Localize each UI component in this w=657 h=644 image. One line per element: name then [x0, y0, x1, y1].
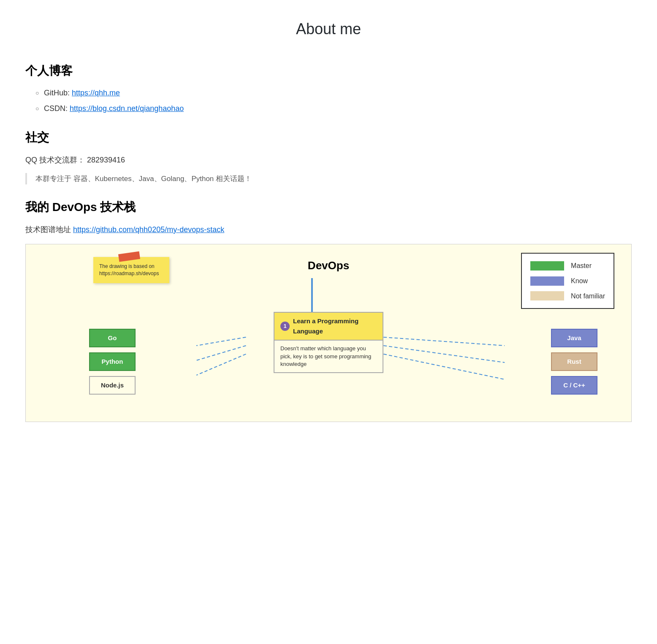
prog-box-body: Doesn't matter which language you pick, …	[274, 341, 383, 373]
sticky-note: The drawing is based on https://roadmap.…	[93, 257, 169, 283]
svg-line-2	[196, 354, 246, 375]
page-title: About me	[25, 17, 632, 41]
legend-item-not-familiar: Not familiar	[530, 291, 605, 302]
legend-item-know: Know	[530, 276, 605, 287]
sticky-tape	[118, 252, 140, 262]
legend-label-know: Know	[571, 276, 588, 287]
list-item: GitHub: https://qhh.me	[35, 87, 632, 99]
skill-python: Python	[89, 352, 136, 371]
qq-group-text: QQ 技术交流群： 282939416	[25, 154, 632, 166]
prog-box-number: 1	[280, 322, 290, 331]
svg-line-1	[196, 346, 246, 360]
blog-list: GitHub: https://qhh.me CSDN: https://blo…	[25, 87, 632, 115]
skill-java: Java	[551, 329, 597, 347]
legend-color-not-familiar	[530, 291, 564, 300]
devops-link-label: 技术图谱地址	[25, 225, 73, 234]
github-link[interactable]: https://qhh.me	[72, 89, 120, 97]
csdn-label: CSDN:	[44, 104, 70, 113]
svg-line-4	[383, 346, 505, 363]
section-heading-devops: 我的 DevOps 技术栈	[25, 198, 632, 217]
skill-go: Go	[89, 329, 136, 347]
prog-language-box: 1 Learn a Programming Language Doesn't m…	[274, 312, 383, 373]
list-item: CSDN: https://blog.csdn.net/qianghaohao	[35, 103, 632, 115]
svg-line-5	[383, 354, 505, 379]
csdn-link[interactable]: https://blog.csdn.net/qianghaohao	[70, 104, 184, 113]
prog-box-header: 1 Learn a Programming Language	[274, 312, 383, 341]
prog-box-title: Learn a Programming Language	[293, 316, 377, 336]
legend-label-master: Master	[571, 260, 592, 271]
left-skills: Go Python Node.js	[89, 329, 136, 395]
section-heading-blog: 个人博客	[25, 62, 632, 81]
svg-line-3	[383, 337, 505, 346]
devops-link-url[interactable]: https://github.com/qhh0205/my-devops-sta…	[73, 225, 224, 234]
skill-nodejs: Node.js	[89, 376, 136, 395]
legend-label-not-familiar: Not familiar	[571, 291, 605, 302]
github-label: GitHub:	[44, 89, 72, 97]
social-blockquote: 本群专注于 容器、Kubernetes、Java、Golang、Python 相…	[25, 173, 632, 184]
devops-diagram: The drawing is based on https://roadmap.…	[25, 244, 632, 422]
legend-color-master	[530, 261, 564, 271]
section-heading-social: 社交	[25, 128, 632, 147]
legend-box: Master Know Not familiar	[521, 253, 614, 309]
legend-item-master: Master	[530, 260, 605, 271]
devops-link-line: 技术图谱地址 https://github.com/qhh0205/my-dev…	[25, 224, 632, 236]
sticky-note-text: The drawing is based on https://roadmap.…	[99, 263, 163, 277]
skill-cpp: C / C++	[551, 376, 597, 395]
devops-center-label: DevOps	[308, 257, 349, 275]
skill-rust: Rust	[551, 352, 597, 371]
legend-color-know	[530, 276, 564, 286]
svg-line-0	[196, 337, 246, 346]
right-skills: Java Rust C / C++	[551, 329, 597, 395]
